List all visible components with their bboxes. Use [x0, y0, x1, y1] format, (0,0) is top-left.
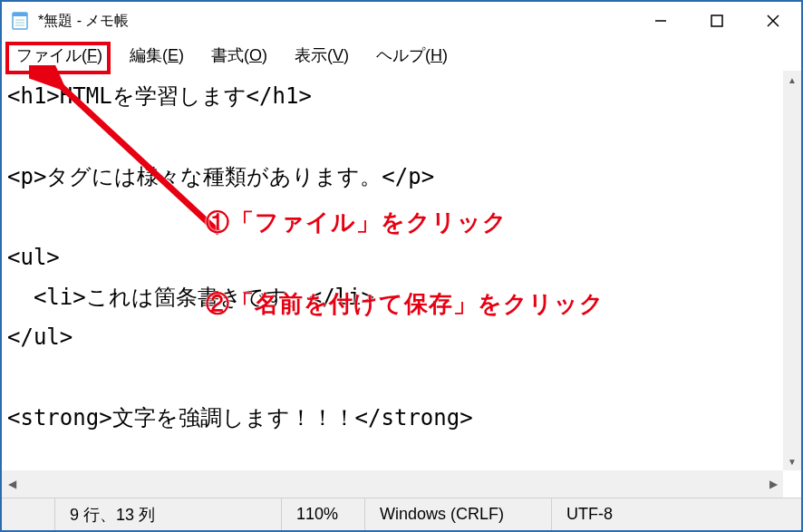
scroll-up-arrow-icon[interactable]: ▲ — [783, 71, 801, 89]
window-controls — [633, 2, 801, 40]
horizontal-scrollbar[interactable]: ◀ ▶ — [2, 470, 783, 498]
maximize-button[interactable] — [689, 2, 745, 40]
status-zoom: 110% — [281, 498, 364, 530]
editor-content[interactable]: <h1>HTMLを学習します</h1> <p>タグには様々な種類があります。</… — [2, 71, 801, 470]
menu-view[interactable]: 表示(V) — [289, 43, 354, 68]
notepad-icon — [9, 10, 31, 32]
svg-line-8 — [768, 15, 779, 26]
vertical-scrollbar[interactable]: ▲ ▼ — [783, 71, 801, 470]
menu-file[interactable]: ファイル(F) — [11, 43, 108, 68]
svg-line-7 — [768, 15, 779, 26]
minimize-button[interactable] — [633, 2, 689, 40]
scroll-right-arrow-icon[interactable]: ▶ — [763, 470, 783, 498]
close-button[interactable] — [745, 2, 801, 40]
statusbar: 9 行、13 列 110% Windows (CRLF) UTF-8 — [2, 498, 801, 530]
menubar: ファイル(F) 編集(E) 書式(O) 表示(V) ヘルプ(H) — [2, 40, 801, 71]
titlebar: *無題 - メモ帳 — [2, 2, 801, 40]
status-encoding: UTF-8 — [551, 498, 801, 530]
scroll-down-arrow-icon[interactable]: ▼ — [783, 452, 801, 470]
status-line-ending: Windows (CRLF) — [364, 498, 551, 530]
editor-area: <h1>HTMLを学習します</h1> <p>タグには様々な種類があります。</… — [2, 71, 801, 470]
scroll-left-arrow-icon[interactable]: ◀ — [2, 470, 22, 498]
window-title: *無題 - メモ帳 — [38, 12, 633, 31]
menu-format[interactable]: 書式(O) — [206, 43, 273, 68]
svg-rect-6 — [711, 15, 722, 26]
status-cursor-position: 9 行、13 列 — [54, 498, 281, 530]
svg-rect-1 — [13, 13, 27, 16]
menu-edit[interactable]: 編集(E) — [124, 43, 189, 68]
menu-help[interactable]: ヘルプ(H) — [371, 43, 453, 68]
